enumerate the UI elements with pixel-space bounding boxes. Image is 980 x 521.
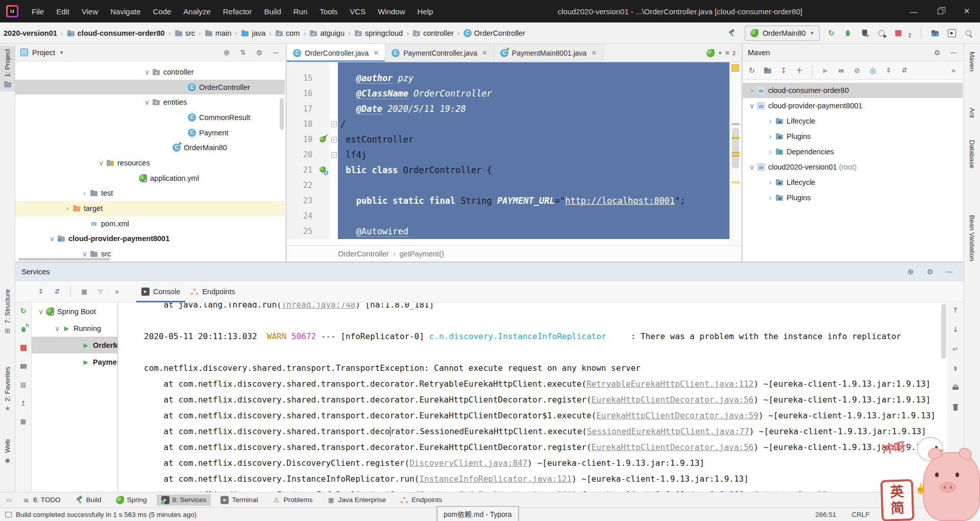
tree-row[interactable]: OrderMain80 — [15, 140, 285, 155]
line-separator[interactable]: CRLF — [851, 511, 869, 518]
tree-row[interactable]: ›target — [15, 201, 285, 216]
chevron-down-icon[interactable]: ▼ — [59, 50, 64, 55]
code-line[interactable]: 24 — [287, 208, 729, 224]
tree-row[interactable]: ›cloud-consumer-order80 — [743, 83, 963, 98]
chevron-expanded-icon[interactable]: ∨ — [47, 234, 57, 243]
chevron-collapsed-icon[interactable]: › — [62, 204, 72, 212]
chevron-down-icon[interactable]: ▼ — [718, 51, 722, 56]
chevron-expanded-icon[interactable]: ∨ — [80, 250, 90, 258]
tab-paymentmain8001-java[interactable]: PaymentMain8001.java✕ — [494, 44, 603, 62]
spring-bean-check-icon[interactable] — [319, 135, 327, 144]
coverage-icon[interactable] — [861, 29, 869, 37]
rerun-icon[interactable] — [827, 29, 835, 37]
file-encoding[interactable]: UTF-8 — [885, 511, 904, 518]
expand-all-icon[interactable] — [885, 66, 893, 75]
hide-icon[interactable] — [272, 49, 280, 57]
stop-icon[interactable] — [19, 344, 28, 352]
stripe-button-2-favorites[interactable]: 2: Favorites — [0, 364, 15, 416]
tree-row[interactable]: ∨controller — [15, 64, 285, 80]
scrollend-icon[interactable] — [951, 364, 960, 372]
breadcrumb-item[interactable]: com — [275, 29, 300, 37]
menu-file[interactable]: File — [26, 7, 50, 16]
console-line[interactable] — [144, 313, 947, 328]
locate-icon[interactable] — [223, 49, 231, 57]
minimize-button[interactable]: — — [900, 0, 927, 22]
trash-icon[interactable] — [951, 403, 960, 411]
console-line[interactable]: at com.netflix.discovery.shared.transpor… — [144, 439, 947, 455]
horizontal-scrollbar[interactable] — [18, 258, 110, 260]
code-line[interactable]: 18−/ — [287, 116, 729, 132]
code-line[interactable]: 25 @Autowired — [287, 224, 729, 239]
add-icon[interactable] — [795, 66, 803, 75]
caret-position[interactable]: 266:51 — [815, 511, 836, 518]
thread-dump-icon[interactable] — [19, 362, 28, 370]
refresh-icon[interactable] — [748, 66, 756, 75]
breadcrumb-item[interactable]: springcloud — [354, 29, 403, 37]
console-line[interactable]: at com.netflix.discovery.shared.transpor… — [144, 392, 947, 408]
expand-all-icon[interactable] — [37, 288, 45, 296]
hide-icon[interactable] — [945, 268, 953, 276]
tree-row[interactable]: pom.xml — [15, 216, 285, 231]
code-editor[interactable]: 15 @author pzy16 @ClassName OrderControl… — [287, 62, 729, 245]
tree-row[interactable]: ›test — [15, 186, 285, 201]
stripe-button-database[interactable]: Database — [964, 137, 980, 172]
menu-tools[interactable]: Tools — [313, 7, 344, 16]
chevron-expanded-icon[interactable]: ∨ — [52, 324, 62, 333]
stripe-button-maven[interactable]: Maven — [964, 49, 980, 75]
down-icon[interactable] — [951, 325, 960, 334]
console-scrollbar[interactable] — [941, 304, 946, 359]
console-line[interactable]: 2020-05-11 20:11:13.032 WARN 50672 --- [… — [144, 328, 947, 344]
profiles-icon[interactable] — [869, 66, 877, 75]
maven-goal-icon[interactable] — [837, 66, 845, 75]
rerun-debug-icon[interactable] — [19, 325, 28, 334]
chevron-expanded-icon[interactable]: ∨ — [36, 307, 46, 316]
event-log-icon[interactable] — [5, 512, 12, 517]
generate-sources-icon[interactable] — [764, 66, 772, 75]
code-line[interactable]: 19− estController — [287, 132, 729, 147]
hidden-tabs-icon[interactable]: ≡ — [725, 49, 729, 57]
code-line[interactable]: 21 blic class OrderController { — [287, 162, 729, 178]
menu-run[interactable]: Run — [287, 7, 314, 16]
toolwindow-button-terminal[interactable]: Terminal — [216, 494, 262, 506]
toolwindow-button-build[interactable]: Build — [70, 494, 106, 506]
fold-marker-icon[interactable]: − — [331, 122, 337, 127]
toolwindow-button-problems[interactable]: Problems — [267, 494, 317, 506]
print-icon[interactable] — [951, 384, 960, 392]
menu-code[interactable]: Code — [146, 7, 177, 16]
fold-marker-icon[interactable]: − — [331, 137, 337, 143]
download-icon[interactable] — [779, 66, 788, 75]
menu-refactor[interactable]: Refactor — [217, 7, 258, 16]
breadcrumb-item[interactable]: 2020-version01 — [1, 29, 57, 37]
exit-icon[interactable] — [19, 399, 28, 407]
editor-error-stripe[interactable] — [729, 62, 741, 245]
breadcrumb-method[interactable]: getPayment() — [400, 250, 444, 258]
spring-class-icon[interactable] — [319, 166, 327, 174]
tree-row[interactable]: ›Plugins — [743, 190, 963, 205]
heap-icon[interactable] — [19, 381, 28, 389]
code-line[interactable]: 22 — [287, 178, 729, 193]
toolwindow-button-8-services[interactable]: 8: Services — [157, 494, 211, 506]
stripe-button-1-project[interactable]: 1: Project — [0, 46, 15, 91]
tree-row[interactable]: ∨cloud-provider-payment8001 — [15, 231, 285, 247]
tree-row[interactable]: ›Lifecycle — [743, 113, 963, 129]
tree-row[interactable]: Payment — [15, 125, 285, 140]
vertical-scrollbar[interactable] — [280, 98, 284, 130]
stripe-mark[interactable] — [731, 181, 740, 183]
tree-row[interactable]: ∨Spring Boot — [32, 303, 117, 320]
console-line[interactable]: at com.netflix.discovery.DiscoveryClient… — [144, 455, 947, 471]
chevron-collapsed-icon[interactable]: › — [765, 132, 775, 140]
console-line[interactable]: at com.netflix.discovery.shared.transpor… — [144, 408, 947, 423]
breadcrumb-item[interactable]: atguigu — [309, 29, 345, 37]
chevron-collapsed-icon[interactable]: › — [765, 178, 775, 186]
tree-row[interactable]: ∨Running — [32, 320, 117, 337]
more-icon[interactable] — [113, 288, 121, 296]
status-message[interactable]: Build completed successfully in 1 s 563 … — [16, 511, 197, 518]
tree-row[interactable]: ›Plugins — [743, 129, 963, 144]
console-line[interactable]: +at com.netflix.discovery.InstanceInfoRe… — [144, 487, 947, 492]
tab-console[interactable]: Console — [136, 281, 185, 302]
code-line[interactable]: 20− lf4j — [287, 147, 729, 162]
project-structure-icon[interactable] — [931, 29, 939, 37]
settings-icon[interactable] — [933, 49, 941, 57]
tab-paymentcontroller-java[interactable]: PaymentController.java✕ — [385, 44, 494, 62]
debug-icon[interactable] — [844, 29, 852, 37]
